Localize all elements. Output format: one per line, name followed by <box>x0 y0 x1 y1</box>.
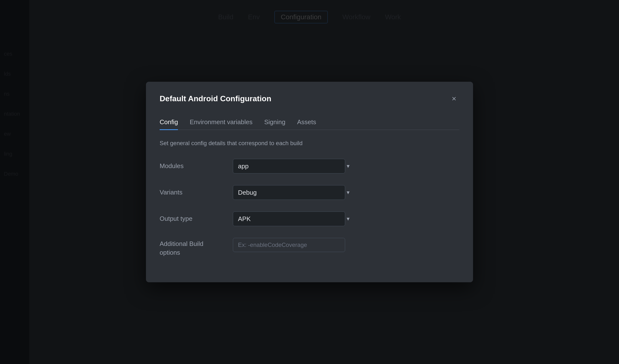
additional-build-options-field: Additional Build options <box>160 238 459 257</box>
modal-backdrop: Default Android Configuration × Config E… <box>0 0 619 364</box>
tab-environment-variables[interactable]: Environment variables <box>190 115 252 130</box>
output-type-dropdown-icon: ▼ <box>346 216 351 222</box>
additional-build-options-label: Additional Build options <box>160 238 223 257</box>
additional-build-options-control <box>233 238 355 252</box>
output-type-control: APK AAB ▼ <box>233 212 355 226</box>
modules-dropdown-icon: ▼ <box>346 163 351 169</box>
tab-assets[interactable]: Assets <box>297 115 316 130</box>
modal-header: Default Android Configuration × <box>160 94 459 104</box>
additional-build-options-input[interactable] <box>233 238 345 252</box>
config-description: Set general config details that correspo… <box>160 140 459 147</box>
tab-signing[interactable]: Signing <box>264 115 285 130</box>
variants-field: Variants Debug Release ▼ <box>160 185 459 200</box>
modal-title: Default Android Configuration <box>160 94 271 103</box>
variants-dropdown-icon: ▼ <box>346 189 351 195</box>
output-type-label: Output type <box>160 212 223 222</box>
output-type-select[interactable]: APK AAB <box>233 212 345 226</box>
close-button[interactable]: × <box>449 94 459 104</box>
variants-control: Debug Release ▼ <box>233 185 355 200</box>
modules-select[interactable]: app <box>233 159 345 174</box>
modal-dialog: Default Android Configuration × Config E… <box>146 82 473 283</box>
variants-select[interactable]: Debug Release <box>233 185 345 200</box>
modules-field: Modules app ▼ <box>160 159 459 174</box>
variants-label: Variants <box>160 185 223 196</box>
modules-label: Modules <box>160 159 223 170</box>
tab-config[interactable]: Config <box>160 115 178 130</box>
output-type-field: Output type APK AAB ▼ <box>160 212 459 226</box>
modules-control: app ▼ <box>233 159 355 174</box>
tabs-container: Config Environment variables Signing Ass… <box>160 115 459 130</box>
